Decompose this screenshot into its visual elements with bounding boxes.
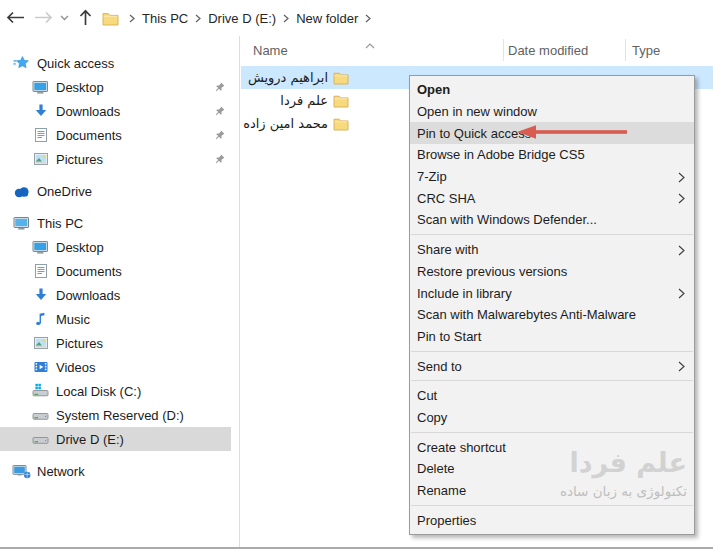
breadcrumb-segment-drive-d-e[interactable]: Drive D (E:)	[204, 11, 280, 26]
document-icon	[31, 263, 50, 280]
menu-item-7-zip[interactable]: 7-Zip	[410, 166, 694, 188]
sidebar-item-label: Network	[37, 464, 85, 479]
sidebar-item-label: Pictures	[56, 336, 103, 351]
menu-item-label: 7-Zip	[417, 169, 447, 184]
sidebar-item-label: Pictures	[56, 152, 103, 167]
pin-icon	[214, 105, 225, 120]
menu-item-create-shortcut[interactable]: Create shortcut	[410, 436, 694, 458]
menu-item-browse-in-adobe-bridge-cs5[interactable]: Browse in Adobe Bridge CS5	[410, 144, 694, 166]
computer-icon	[12, 215, 31, 232]
menu-item-copy[interactable]: Copy	[410, 407, 694, 429]
sidebar-item-quick-access[interactable]: Quick access	[0, 51, 231, 75]
file-explorer-window: This PCDrive D (E:)New folder Quick acce…	[0, 0, 713, 549]
menu-item-label: CRC SHA	[417, 191, 476, 206]
sidebar-item-pictures[interactable]: Pictures	[0, 147, 231, 171]
sidebar-item-label: Documents	[56, 264, 122, 279]
menu-separator	[411, 505, 693, 506]
pin-icon	[214, 129, 225, 144]
sidebar-item-music[interactable]: Music	[0, 307, 231, 331]
sidebar-item-network[interactable]: Network	[0, 459, 231, 483]
breadcrumb-segment-new-folder[interactable]: New folder	[292, 11, 362, 26]
annotation-arrow-icon	[516, 124, 628, 144]
menu-item-delete[interactable]: Delete	[410, 458, 694, 480]
sidebar-item-onedrive[interactable]: OneDrive	[0, 179, 231, 203]
menu-item-open[interactable]: Open	[410, 79, 694, 101]
sidebar-item-desktop[interactable]: Desktop	[0, 75, 231, 99]
system-drive-icon	[31, 383, 50, 400]
column-separator[interactable]	[503, 39, 504, 61]
up-icon[interactable]	[79, 9, 92, 26]
document-icon	[31, 127, 50, 144]
context-menu: OpenOpen in new windowPin to Quick acces…	[409, 75, 695, 535]
downloads-icon	[31, 287, 50, 304]
back-icon[interactable]	[6, 11, 25, 24]
pin-icon	[214, 81, 225, 96]
sidebar-item-system-reserved-d[interactable]: System Reserved (D:)	[0, 403, 231, 427]
sidebar-item-label: Desktop	[56, 80, 104, 95]
submenu-chevron-icon	[678, 192, 685, 207]
column-header-type[interactable]: Type	[632, 43, 660, 58]
file-name: محمد امین زاده	[243, 116, 328, 131]
breadcrumb-chevron-icon[interactable]	[362, 14, 374, 23]
menu-item-crc-sha[interactable]: CRC SHA	[410, 187, 694, 209]
breadcrumb-segment-this-pc[interactable]: This PC	[138, 11, 192, 26]
menu-item-properties[interactable]: Properties	[410, 509, 694, 531]
drive-icon	[31, 431, 50, 448]
recent-locations-chevron-icon[interactable]	[60, 15, 69, 21]
sidebar-item-documents[interactable]: Documents	[0, 123, 231, 147]
navigation-bar: This PCDrive D (E:)New folder	[0, 0, 713, 36]
menu-item-label: Include in library	[417, 286, 512, 301]
folder-icon	[333, 71, 349, 85]
video-icon	[31, 359, 50, 376]
menu-separator	[411, 234, 693, 235]
menu-item-label: Properties	[417, 513, 476, 528]
menu-item-cut[interactable]: Cut	[410, 385, 694, 407]
onedrive-cloud-icon	[12, 183, 31, 200]
breadcrumb-chevron-icon[interactable]	[192, 14, 204, 23]
sidebar-item-label: Videos	[56, 360, 96, 375]
menu-separator	[411, 380, 693, 381]
sidebar-item-label: Music	[56, 312, 90, 327]
column-header-name[interactable]: Name	[253, 43, 288, 58]
menu-item-scan-with-windows-defender[interactable]: Scan with Windows Defender...	[410, 209, 694, 231]
menu-item-pin-to-start[interactable]: Pin to Start	[410, 326, 694, 348]
column-header-date-modified[interactable]: Date modified	[508, 43, 588, 58]
sidebar-item-downloads[interactable]: Downloads	[0, 283, 231, 307]
drive-icon	[31, 407, 50, 424]
sidebar-item-drive-d-e[interactable]: Drive D (E:)	[0, 427, 231, 451]
sidebar-item-downloads[interactable]: Downloads	[0, 99, 231, 123]
menu-item-label: Pin to Start	[417, 329, 481, 344]
desktop-icon	[31, 79, 50, 96]
menu-item-label: Delete	[417, 461, 455, 476]
pin-icon	[214, 153, 225, 168]
sort-ascending-icon	[365, 37, 375, 52]
address-folder-icon[interactable]	[102, 11, 119, 26]
menu-item-include-in-library[interactable]: Include in library	[410, 282, 694, 304]
downloads-icon	[31, 103, 50, 120]
menu-item-rename[interactable]: Rename	[410, 480, 694, 502]
sidebar-item-documents[interactable]: Documents	[0, 259, 231, 283]
menu-item-scan-with-malwarebytes-anti-malware[interactable]: Scan with Malwarebytes Anti-Malware	[410, 304, 694, 326]
menu-item-restore-previous-versions[interactable]: Restore previous versions	[410, 261, 694, 283]
sidebar-item-local-disk-c[interactable]: Local Disk (C:)	[0, 379, 231, 403]
sidebar-item-desktop[interactable]: Desktop	[0, 235, 231, 259]
menu-item-open-in-new-window[interactable]: Open in new window	[410, 101, 694, 123]
sidebar-item-pictures[interactable]: Pictures	[0, 331, 231, 355]
menu-item-label: Rename	[417, 483, 466, 498]
menu-item-label: Restore previous versions	[417, 264, 567, 279]
breadcrumb-chevron-icon[interactable]	[126, 14, 138, 23]
sidebar-item-label: Desktop	[56, 240, 104, 255]
music-note-icon	[31, 311, 50, 328]
sidebar-item-this-pc[interactable]: This PC	[0, 211, 231, 235]
forward-icon[interactable]	[34, 11, 53, 24]
column-separator[interactable]	[625, 39, 626, 61]
sidebar-item-label: Documents	[56, 128, 122, 143]
breadcrumb: This PCDrive D (E:)New folder	[102, 0, 374, 36]
breadcrumb-chevron-icon[interactable]	[280, 14, 292, 23]
sidebar-item-videos[interactable]: Videos	[0, 355, 231, 379]
file-name: ابراهیم درویش	[248, 70, 328, 85]
menu-item-label: Create shortcut	[417, 440, 506, 455]
column-header-row: Name Date modified Type	[241, 36, 713, 64]
menu-item-send-to[interactable]: Send to	[410, 355, 694, 377]
menu-item-share-with[interactable]: Share with	[410, 239, 694, 261]
